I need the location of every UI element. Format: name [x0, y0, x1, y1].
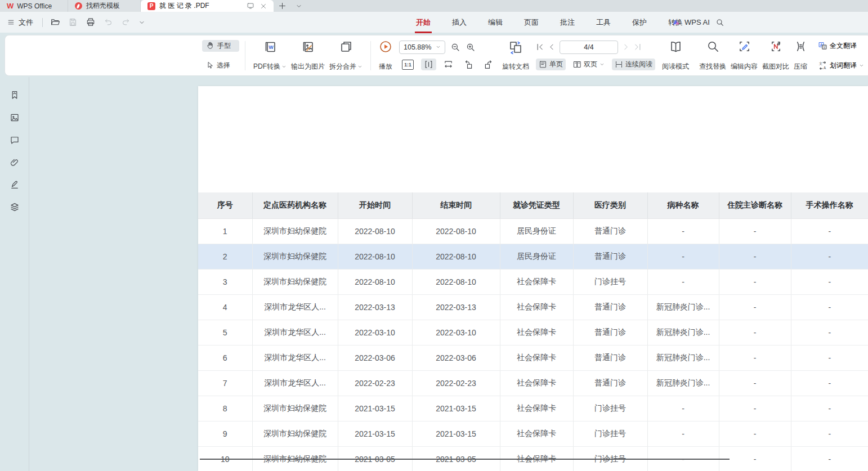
column-header: 序号	[198, 192, 252, 219]
menu-items: 开始插入编辑页面批注工具保护转换	[415, 16, 684, 29]
table-row: 7深圳市龙华区人...2022-02-232022-02-23社会保障卡普通门诊…	[198, 371, 868, 396]
rotate-document-button[interactable]	[508, 40, 523, 55]
export-as-image-button[interactable]: 输出为图片	[289, 40, 327, 71]
table-cell: 门诊挂号	[573, 270, 647, 295]
table-cell: -	[719, 396, 791, 421]
full-text-translate-button[interactable]: A 字 全文翻译	[815, 40, 867, 52]
edit-content-label: 编辑内容	[731, 62, 758, 71]
rotate-left-icon	[463, 60, 473, 70]
comment-panel-button[interactable]	[7, 133, 22, 147]
menu-search-button[interactable]	[715, 18, 724, 27]
table-cell: 2022-03-10	[412, 320, 500, 346]
zoom-in-button[interactable]	[466, 42, 476, 52]
table-cell: 2022-02-23	[412, 371, 500, 396]
table-row: 8深圳市妇幼保健院2021-03-152021-03-15社会保障卡门诊挂号--…	[198, 396, 868, 421]
read-mode-label: 阅读模式	[662, 62, 689, 71]
word-translate-button[interactable]: 文 A 划词翻译	[815, 60, 867, 71]
table-cell: -	[791, 244, 868, 270]
last-page-button[interactable]	[633, 43, 642, 51]
menu-tab-页面[interactable]: 页面	[523, 16, 540, 29]
chevron-down-icon	[357, 64, 363, 69]
menu-tab-保护[interactable]: 保护	[631, 16, 648, 29]
table-row: 6深圳市龙华区人...2022-03-062022-03-06社会保障卡普通门诊…	[198, 346, 868, 371]
page-indicator: 4/4	[584, 43, 593, 51]
play-button[interactable]: 播放	[377, 40, 395, 71]
open-file-button[interactable]	[46, 17, 64, 27]
layers-panel-button[interactable]	[7, 200, 22, 214]
svg-text:文: 文	[819, 61, 822, 65]
bookmark-panel-button[interactable]	[7, 88, 22, 102]
close-tab-icon[interactable]	[260, 3, 267, 10]
read-mode-button[interactable]: 阅读模式	[660, 40, 691, 71]
compress-button[interactable]: 压缩	[791, 40, 809, 71]
menu-tab-插入[interactable]: 插入	[451, 16, 468, 29]
continuous-reading-button[interactable]: 连续阅读	[612, 59, 655, 70]
undo-button[interactable]	[100, 18, 117, 26]
pdf-convert-button[interactable]: W PDF转换	[251, 40, 289, 71]
select-tool-button[interactable]: 选择	[202, 60, 239, 71]
wps-ai-label: WPS AI	[684, 18, 710, 26]
first-page-button[interactable]	[536, 43, 544, 51]
hand-icon	[205, 41, 214, 50]
present-on-screen-icon[interactable]	[247, 2, 254, 10]
single-page-button[interactable]: 单页	[536, 59, 566, 70]
print-button[interactable]	[82, 17, 100, 27]
table-cell: 2021-03-15	[338, 396, 412, 421]
fit-width-button[interactable]	[421, 59, 436, 70]
edit-content-icon	[738, 40, 751, 53]
chevron-down-icon	[599, 62, 605, 67]
tab-wps-office[interactable]: W WPS Office	[0, 0, 68, 12]
svg-text:A: A	[824, 65, 826, 69]
menu-tab-开始[interactable]: 开始	[415, 16, 432, 29]
rotate-right-button[interactable]	[481, 59, 496, 71]
printer-icon	[86, 17, 96, 27]
previous-page-button[interactable]	[548, 43, 556, 51]
new-tab-button[interactable]	[274, 0, 291, 12]
split-merge-label: 拆分合并	[329, 62, 356, 71]
menu-tab-批注[interactable]: 批注	[559, 16, 576, 29]
table-cell: 深圳市妇幼保健院	[252, 244, 338, 270]
wps-ai-button[interactable]: WPS AI	[672, 18, 710, 26]
zoom-level-input[interactable]: 105.88%	[399, 41, 445, 54]
menu-tab-工具[interactable]: 工具	[595, 16, 612, 29]
double-page-icon	[573, 60, 581, 69]
divider	[370, 41, 371, 70]
table-cell: 普通门诊	[573, 371, 647, 396]
zoom-out-button[interactable]	[450, 42, 460, 52]
table-cell: 2022-08-10	[338, 219, 412, 244]
double-page-button[interactable]: 双页	[570, 59, 607, 70]
thumbnail-panel-button[interactable]	[7, 110, 22, 125]
fit-page-icon	[444, 60, 453, 69]
fit-page-button[interactable]	[441, 59, 456, 70]
hand-tool-button[interactable]: 手型	[202, 40, 239, 52]
screenshot-compare-button[interactable]: 截图对比	[760, 40, 791, 71]
redo-button[interactable]	[117, 18, 135, 26]
split-merge-button[interactable]: 拆分合并	[327, 40, 365, 71]
table-cell: 2022-03-06	[338, 346, 412, 371]
quick-access-chevron[interactable]	[135, 19, 149, 26]
table-cell: -	[791, 270, 868, 295]
attachment-panel-button[interactable]	[7, 155, 22, 170]
signature-panel-button[interactable]	[7, 177, 22, 192]
menu-tab-编辑[interactable]: 编辑	[487, 16, 504, 29]
edit-content-button[interactable]: 编辑内容	[728, 40, 760, 71]
sidebar	[0, 77, 29, 471]
save-button[interactable]	[64, 17, 82, 27]
ribbon-toolbar: 手型 选择 W PDF转换 输出为图片	[5, 35, 868, 76]
table-cell: 6	[198, 346, 252, 371]
find-replace-button[interactable]: 查找替换	[697, 40, 728, 71]
tab-document[interactable]: P 就 医 记 录 .PDF	[141, 0, 274, 12]
translate-group: A 字 全文翻译 文 A 划词翻译	[815, 40, 867, 71]
rotate-left-button[interactable]	[460, 59, 476, 71]
tab-bar: W WPS Office 找稻壳模板 P 就 医 记 录 .PDF	[0, 0, 868, 12]
next-page-button[interactable]	[622, 43, 629, 51]
page-number-input[interactable]: 4/4	[560, 41, 618, 54]
file-menu-button[interactable]: 文件	[0, 17, 39, 28]
tab-list-chevron-icon[interactable]	[291, 0, 307, 12]
table-cell: 7	[198, 371, 252, 396]
table-cell: 深圳市龙华区人...	[252, 295, 338, 320]
single-page-label: 单页	[549, 60, 563, 69]
tab-docer-templates[interactable]: 找稻壳模板	[68, 0, 141, 12]
first-page-icon	[536, 43, 544, 51]
actual-size-button[interactable]: 1:1	[399, 59, 417, 71]
